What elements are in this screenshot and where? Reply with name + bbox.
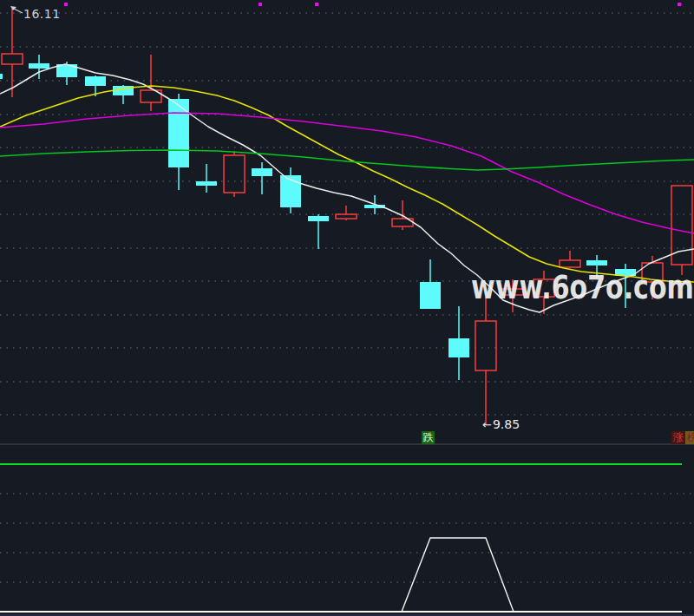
ma-magenta — [0, 113, 694, 233]
chart-canvas[interactable] — [0, 0, 694, 616]
watermark: www.6o7o.com — [471, 270, 694, 305]
rise-board-char-2: 榜 — [685, 431, 694, 444]
fall-tag-button[interactable]: 跌 — [422, 431, 435, 444]
price-low-value: 9.85 — [493, 417, 520, 431]
rise-board-char-1: 涨 — [671, 431, 685, 444]
stock-chart-window: www.6o7o.com 16.11 ←9.85 跌 涨 榜 — [0, 0, 694, 616]
rise-board-button[interactable]: 涨 榜 — [671, 431, 694, 444]
ma-green — [0, 150, 694, 170]
price-high-annotation: 16.11 — [23, 7, 61, 21]
price-low-annotation: ←9.85 — [482, 417, 520, 431]
ma-yellow — [0, 86, 694, 282]
left-arrow-icon: ← — [482, 418, 492, 431]
